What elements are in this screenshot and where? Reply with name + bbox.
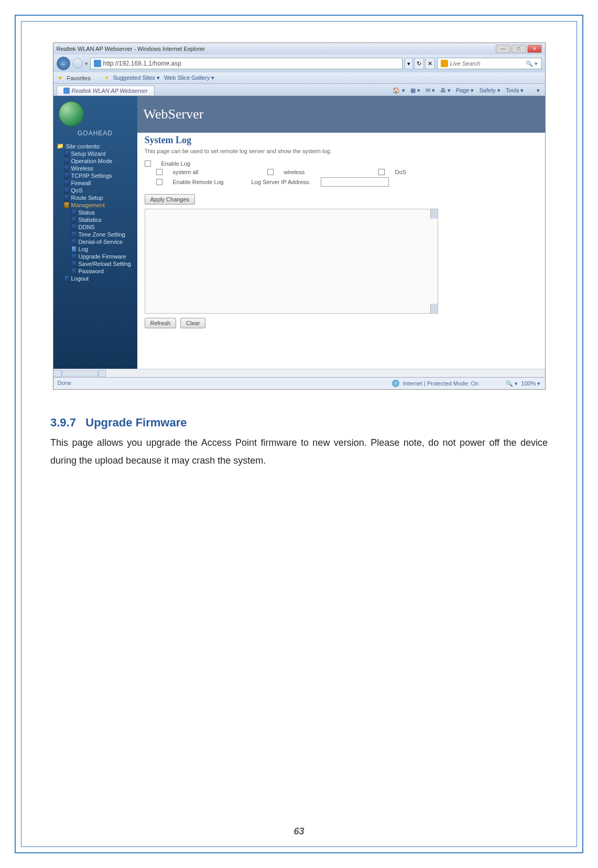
favorites-star-icon[interactable]: ★ [58,74,63,81]
sidebar-brand: GoAhead [53,130,137,137]
nav-ddns[interactable]: DDNS [57,223,137,231]
nav-tree: 📁 Site contents: Setup Wizard Operation … [53,140,137,282]
nav-status[interactable]: Status [57,209,137,216]
section-paragraph: This page allows you upgrade the Access … [50,434,548,469]
enable-log-label: Enable Log [161,160,214,167]
apply-changes-button[interactable]: Apply Changes [145,194,195,205]
clear-log-button[interactable]: Clear [180,318,205,328]
nav-back-button[interactable]: ← [57,57,70,70]
address-input[interactable]: http://192.168.1.1/home.asp [90,58,403,69]
cmd-tools-menu[interactable]: Tools ▾ [506,87,524,94]
enable-remote-checkbox[interactable] [156,179,162,185]
zone-text: Internet | Protected Mode: On [403,380,479,387]
page-body: System Log This page can be used to set … [137,133,545,334]
dos-label: DoS [395,169,448,175]
enable-log-checkbox[interactable] [145,160,151,167]
nav-qos[interactable]: QoS [57,187,137,194]
wireless-label: wireless [284,169,336,175]
page-number: 63 [21,826,577,837]
nav-setup-wizard[interactable]: Setup Wizard [57,150,137,157]
row-enable-log: Enable Log [145,160,538,167]
search-input[interactable]: Live Search 🔍 ▾ [437,58,542,69]
minimize-button[interactable]: — [496,45,510,53]
cmd-home-icon[interactable]: 🏠 ▾ [393,87,405,94]
search-go-icon[interactable]: 🔍 ▾ [526,60,538,67]
nav-tcpip[interactable]: TCP/IP Settings [57,172,137,179]
command-bar: 🏠 ▾ ▦ ▾ ✉ ▾ 🖶 ▾ Page ▾ Safety ▾ Tools ▾ … [393,87,541,94]
cmd-safety-menu[interactable]: Safety ▾ [480,87,501,94]
hscroll-thumb[interactable] [62,370,99,377]
nav-wireless[interactable]: Wireless [57,165,137,172]
favorites-bar: ★ Favorites ✦ Suggested Sites ▾ Web Slic… [53,72,545,84]
nav-forward-button[interactable] [72,58,83,69]
favorites-label[interactable]: Favorites [67,75,91,81]
zoom-indicator[interactable]: 🔍 ▾ 100% ▾ [506,380,540,387]
nav-upgrade-firmware[interactable]: Upgrade Firmware [57,253,137,260]
page-description: This page can be used to set remote log … [145,148,538,154]
log-scroll-down[interactable] [430,304,438,313]
nav-logout[interactable]: Logout [57,275,137,282]
window-titlebar: Realtek WLAN AP Webserver - Windows Inte… [53,43,545,55]
log-textarea[interactable] [145,209,438,314]
nav-dos[interactable]: Denial-of-Service [57,238,137,245]
hscroll-right[interactable] [99,370,106,377]
close-button[interactable]: ✕ [527,45,542,53]
tab-bar: Realtek WLAN AP Webserver 🏠 ▾ ▦ ▾ ✉ ▾ 🖶 … [53,84,545,96]
banner: WebServer [137,96,545,133]
nav-management[interactable]: Management [57,201,137,209]
nav-password[interactable]: Password [57,267,137,275]
status-done: Done [58,380,71,387]
nav-route-setup[interactable]: Route Setup [57,194,137,201]
sidebar-hscroll [53,369,545,377]
window-title: Realtek WLAN AP Webserver - Windows Inte… [57,46,205,52]
suggested-sites-icon: ✦ [104,74,109,81]
cmd-help-icon[interactable]: ❔▾ [529,87,540,94]
ie-icon [94,60,101,67]
section-heading: 3.9.7 Upgrade Firmware [50,416,548,430]
nav-sidebar: GoAhead 📁 Site contents: Setup Wizard Op… [53,96,137,369]
system-all-checkbox[interactable] [156,169,162,175]
enable-remote-label: Enable Remote Log [173,179,241,185]
tab-favicon [63,88,70,94]
status-bar: Done Internet | Protected Mode: On 🔍 ▾ 1… [53,377,545,389]
browser-tab[interactable]: Realtek WLAN AP Webserver [57,85,155,95]
cmd-feeds-icon[interactable]: ▦ ▾ [410,87,420,94]
nav-log[interactable]: Log [57,245,137,253]
log-scroll-up[interactable] [430,209,438,219]
browser-window: Realtek WLAN AP Webserver - Windows Inte… [53,42,546,390]
suggested-sites-link[interactable]: Suggested Sites ▾ [113,74,160,81]
addr-dropdown-icon[interactable]: ▾ [85,60,88,67]
cmd-mail-icon[interactable]: ✉ ▾ [426,87,435,94]
tree-root[interactable]: 📁 Site contents: [57,142,137,150]
banner-title: WebServer [144,106,204,122]
hscroll-left[interactable] [55,370,62,377]
system-all-label: system all [173,169,225,175]
heading-text: Upgrade Firmware [85,416,187,429]
globe-icon [59,101,84,126]
cmd-print-icon[interactable]: 🖶 ▾ [440,87,451,94]
heading-number: 3.9.7 [50,416,76,429]
refresh-log-button[interactable]: Refresh [145,318,177,328]
bing-icon [441,60,448,67]
dos-checkbox[interactable] [378,169,385,175]
nav-statistics[interactable]: Statistics [57,216,137,223]
tab-title: Realtek WLAN AP Webserver [72,88,148,94]
page-content-pane: GoAhead 📁 Site contents: Setup Wizard Op… [53,96,545,369]
search-placeholder: Live Search [450,60,481,67]
refresh-button[interactable]: ↻ [414,58,424,69]
cmd-page-menu[interactable]: Page ▾ [456,87,474,94]
maximize-button[interactable]: □ [512,45,526,53]
nav-save-reload[interactable]: Save/Reload Setting [57,260,137,267]
nav-firewall[interactable]: Firewall [57,179,137,187]
page-content: Realtek WLAN AP Webserver - Windows Inte… [21,21,577,847]
nav-operation-mode[interactable]: Operation Mode [57,157,137,165]
address-bar-row: ← ▾ http://192.168.1.1/home.asp ▾ ↻ ✕ Li… [53,55,545,72]
addr-dropdown-button[interactable]: ▾ [405,58,413,69]
stop-button[interactable]: ✕ [425,58,435,69]
nav-timezone[interactable]: Time Zone Setting [57,231,137,238]
web-slice-link[interactable]: Web Slice Gallery ▾ [164,74,214,81]
log-server-input[interactable] [321,177,389,187]
wireless-checkbox[interactable] [267,169,274,175]
zone-icon [392,380,399,387]
row-remote-log: Enable Remote Log Log Server IP Address: [145,177,538,187]
